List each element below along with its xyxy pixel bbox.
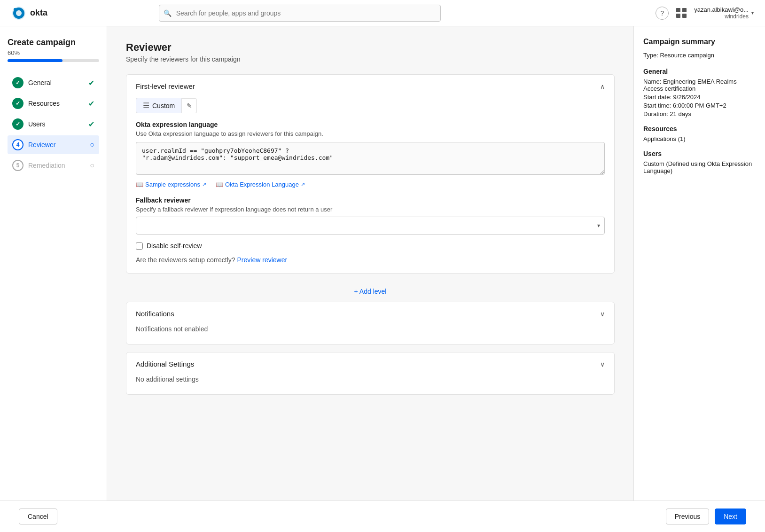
grid-dot: [682, 8, 687, 12]
disable-self-review-label: Disable self-review: [147, 242, 202, 250]
sidebar-item-remediation[interactable]: 5 Remediation ○: [8, 156, 99, 175]
notifications-text: Notifications not enabled: [136, 325, 605, 335]
sidebar-nav: ✓ General ✔ ✓ Resources ✔ ✓ Users ✔ 4 Re…: [8, 73, 99, 175]
step-num-4: 4: [12, 139, 23, 150]
header: okta 🔍 ? yazan.albikawi@o... windrides ▾: [0, 0, 765, 26]
footer-right: Previous Next: [666, 509, 746, 524]
sidebar-item-label-resources: Resources: [28, 100, 60, 107]
user-menu[interactable]: yazan.albikawi@o... windrides ▾: [694, 6, 754, 20]
progress-bar-fill: [8, 59, 62, 62]
preview-reviewer-link[interactable]: Preview reviewer: [237, 256, 288, 264]
summary-general-title: General: [643, 68, 756, 75]
list-icon: ☰: [143, 101, 149, 110]
book-icon-2: 📖: [216, 181, 223, 188]
reviewer-tab-row: ☰ Custom ✎: [136, 98, 605, 113]
step-num-3: ✓: [12, 118, 23, 130]
notifications-body: Notifications not enabled: [126, 325, 614, 344]
user-name: yazan.albikawi@o...: [694, 6, 749, 13]
progress-bar-wrap: [8, 59, 99, 62]
fallback-select-wrap: ▾: [136, 217, 605, 235]
okta-expression-label: Okta Expression Language: [225, 181, 299, 188]
add-level-button[interactable]: + Add level: [126, 281, 615, 302]
search-icon: 🔍: [164, 9, 172, 17]
fallback-reviewer-select[interactable]: [136, 217, 605, 235]
chevron-down-icon: ▾: [751, 10, 754, 16]
oel-links: 📖 Sample expressions ↗ 📖 Okta Expression…: [136, 181, 605, 188]
additional-settings-body: No additional settings: [126, 376, 614, 394]
grid-dot: [682, 14, 687, 18]
sidebar-item-label-remediation: Remediation: [28, 162, 65, 169]
search-input[interactable]: [159, 5, 441, 22]
help-button[interactable]: ?: [656, 7, 669, 20]
edit-button[interactable]: ✎: [182, 98, 197, 113]
svg-point-1: [14, 8, 16, 11]
book-icon-1: 📖: [136, 181, 143, 188]
campaign-summary-panel: Campaign summary Type: Resource campaign…: [633, 26, 765, 501]
main-layout: Create campaign 60% ✓ General ✔ ✓ Resour…: [0, 26, 765, 501]
first-level-reviewer-title: First-level reviewer: [136, 82, 195, 90]
check-icon-users: ✔: [88, 120, 94, 129]
summary-general-start-time: Start time: 6:00:00 PM GMT+2: [643, 102, 756, 109]
oel-title: Okta expression language: [136, 121, 605, 128]
check-icon-resources: ✔: [88, 99, 94, 108]
summary-title: Campaign summary: [643, 38, 756, 46]
radio-inactive-icon: ○: [90, 161, 94, 170]
okta-logo[interactable]: okta: [11, 6, 47, 21]
next-button[interactable]: Next: [715, 509, 746, 524]
sample-expressions-link[interactable]: 📖 Sample expressions ↗: [136, 181, 206, 188]
content-area: Reviewer Specify the reviewers for this …: [107, 26, 633, 501]
fallback-desc: Specify a fallback reviewer if expressio…: [136, 206, 605, 213]
additional-settings-title: Additional Settings: [136, 360, 194, 368]
external-link-icon-1: ↗: [202, 181, 206, 188]
progress-text: 60%: [8, 49, 99, 56]
cancel-button[interactable]: Cancel: [19, 509, 57, 524]
summary-type: Type: Resource campaign: [643, 52, 756, 59]
okta-expression-link[interactable]: 📖 Okta Expression Language ↗: [216, 181, 305, 188]
first-level-reviewer-body: ☰ Custom ✎ Okta expression language Use …: [126, 98, 614, 273]
sidebar-item-general[interactable]: ✓ General ✔: [8, 73, 99, 92]
external-link-icon-2: ↗: [301, 181, 305, 188]
summary-section-users: Users Custom (Defined using Okta Express…: [643, 150, 756, 174]
page-subtitle: Specify the reviewers for this campaign: [126, 55, 615, 63]
radio-current-icon: ○: [90, 141, 94, 149]
oel-textarea[interactable]: user.realmId == "guohpry7obYeoheC8697" ?…: [136, 142, 605, 175]
grid-dot: [676, 8, 680, 12]
first-level-reviewer-header[interactable]: First-level reviewer ∧: [126, 75, 614, 98]
page-title: Reviewer: [126, 41, 615, 54]
sidebar-title: Create campaign: [8, 38, 99, 47]
add-level-label: + Add level: [354, 288, 387, 295]
notifications-header[interactable]: Notifications ∨: [126, 302, 614, 325]
apps-grid-button[interactable]: [676, 8, 687, 18]
sidebar-item-label-reviewer: Reviewer: [28, 141, 55, 149]
sidebar: Create campaign 60% ✓ General ✔ ✓ Resour…: [0, 26, 107, 501]
previous-button[interactable]: Previous: [666, 509, 709, 524]
okta-logo-icon: [11, 6, 26, 21]
additional-settings-chevron-icon: ∨: [600, 360, 605, 368]
disable-self-review-row: Disable self-review: [136, 242, 605, 250]
sample-expressions-label: Sample expressions: [145, 181, 200, 188]
additional-settings-text: No additional settings: [136, 376, 605, 385]
sidebar-item-reviewer[interactable]: 4 Reviewer ○: [8, 135, 99, 154]
summary-section-general: General Name: Engineering EMEA Realms Ac…: [643, 68, 756, 117]
grid-dot: [676, 14, 680, 18]
custom-tab[interactable]: ☰ Custom: [136, 98, 182, 113]
summary-general-name: Name: Engineering EMEA Realms Access cer…: [643, 78, 756, 92]
disable-self-review-checkbox[interactable]: [136, 243, 143, 250]
additional-settings-header[interactable]: Additional Settings ∨: [126, 352, 614, 376]
notifications-title: Notifications: [136, 310, 174, 318]
logo-text: okta: [30, 8, 47, 18]
chevron-up-icon: ∧: [600, 83, 605, 90]
preview-text: Are the reviewers setup correctly?: [136, 256, 235, 264]
user-org: windrides: [725, 13, 749, 20]
first-level-reviewer-card: First-level reviewer ∧ ☰ Custom ✎ Okta e…: [126, 74, 615, 274]
fallback-title: Fallback reviewer: [136, 196, 605, 204]
sidebar-item-resources[interactable]: ✓ Resources ✔: [8, 94, 99, 113]
search-bar: 🔍: [159, 5, 441, 22]
summary-users-item: Custom (Defined using Okta Expression La…: [643, 160, 756, 174]
oel-desc: Use Okta expression language to assign r…: [136, 130, 605, 137]
summary-section-resources: Resources Applications (1): [643, 125, 756, 142]
summary-users-title: Users: [643, 150, 756, 157]
sidebar-item-users[interactable]: ✓ Users ✔: [8, 115, 99, 133]
footer: Cancel Previous Next: [0, 501, 765, 532]
notifications-chevron-icon: ∨: [600, 310, 605, 318]
